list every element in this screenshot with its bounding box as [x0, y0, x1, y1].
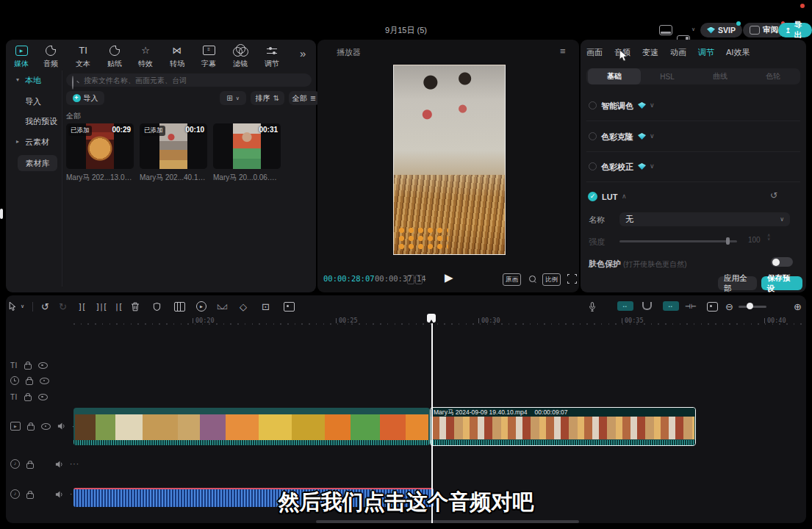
layout-chevron-icon[interactable]: ∨ — [691, 26, 695, 32]
smart-color-toggle[interactable] — [589, 101, 597, 109]
fit-timeline-button[interactable] — [707, 300, 718, 313]
lock-icon[interactable] — [24, 395, 32, 401]
media-item-1[interactable]: 已添加 00:29 — [66, 123, 134, 169]
tab-speed[interactable]: 变速 — [642, 47, 658, 58]
reset-icon[interactable]: ↺ — [770, 190, 777, 201]
lut-name-select[interactable]: 无 ∨ — [619, 212, 790, 226]
rotate-button[interactable]: ◇ — [240, 300, 247, 313]
sidebar-item-library[interactable]: 素材库 — [18, 155, 57, 171]
fullscreen-icon[interactable] — [567, 274, 577, 284]
lock-icon[interactable] — [24, 364, 32, 370]
lock-icon[interactable] — [27, 425, 35, 431]
subtab-curves[interactable]: 曲线 — [694, 68, 747, 84]
select-tool[interactable] — [8, 300, 17, 313]
tab-audio[interactable]: 音频 — [35, 44, 66, 69]
subtab-basic[interactable]: 基础 — [588, 68, 641, 84]
select-tool-chevron[interactable]: ∨ — [21, 300, 24, 313]
sidebar-item-import[interactable]: 导入 — [25, 96, 41, 107]
subtab-hsl[interactable]: HSL — [641, 68, 694, 84]
video-clip-2-selected[interactable]: Mary马 2024-09-09 19.40.10.mp4 00:00:09:0… — [430, 407, 696, 446]
zoom-out-button[interactable]: ⊖ — [725, 300, 733, 313]
search-input[interactable] — [66, 73, 312, 87]
tab-filters[interactable]: 滤镜 — [225, 44, 256, 69]
playhead-handle[interactable] — [427, 314, 436, 323]
sidebar-item-cloud[interactable]: 云素材 — [25, 137, 49, 148]
save-preset-button[interactable]: 保存预设 — [761, 276, 802, 290]
sort-button[interactable]: 排序 ⇅ — [251, 91, 284, 105]
tab-effects[interactable]: ☆ 特效 — [130, 44, 161, 69]
track-more-icon[interactable]: ··· — [70, 460, 79, 468]
prev-frame-icon[interactable] — [407, 275, 414, 284]
tab-text[interactable]: TI 文本 — [68, 44, 98, 69]
play-button[interactable]: ▶ — [445, 271, 453, 284]
view-mode-button[interactable]: ⊞ ∨ — [220, 91, 246, 105]
chevron-down-icon[interactable]: ∨ — [650, 132, 655, 140]
visibility-icon[interactable] — [38, 362, 48, 369]
tab-transitions[interactable]: ⋈ 转场 — [162, 44, 193, 69]
undo-button[interactable]: ↺ — [41, 300, 49, 313]
chevron-down-icon[interactable]: ∨ — [650, 101, 655, 109]
timeline-scrollbar[interactable] — [316, 520, 579, 523]
tab-adjustment[interactable]: 调节 — [698, 47, 714, 58]
svip-button[interactable]: SVIP — [700, 23, 742, 37]
tab-sticker[interactable]: 贴纸 — [99, 44, 130, 69]
sidebar-item-local[interactable]: 本地 — [25, 75, 41, 86]
visibility-icon[interactable] — [41, 423, 51, 430]
more-tabs-chevron[interactable]: » — [300, 47, 306, 60]
tab-picture[interactable]: 画面 — [586, 47, 603, 58]
subtab-color-wheel[interactable]: 色轮 — [747, 68, 800, 84]
mute-icon[interactable] — [57, 422, 65, 430]
zoom-fit-icon[interactable] — [529, 276, 536, 282]
main-track-magnet-toggle[interactable]: ▪▪ — [617, 301, 633, 311]
video-preview[interactable] — [393, 65, 506, 255]
slider-handle[interactable] — [726, 237, 730, 245]
mirror-button[interactable]: ◺◿ — [218, 300, 226, 313]
lut-strength-slider[interactable] — [619, 240, 737, 242]
split-delete-right-button[interactable]: |[ — [115, 300, 122, 313]
sidebar-item-presets[interactable]: 我的预设 — [25, 116, 57, 127]
media-item-3[interactable]: 00:31 — [213, 123, 281, 169]
tab-animation[interactable]: 动画 — [670, 47, 686, 58]
import-media-button[interactable]: + 导入 — [66, 91, 104, 105]
tab-adjust[interactable]: 调节 — [256, 44, 287, 69]
mask-button[interactable] — [153, 300, 161, 313]
video-clip-1[interactable] — [73, 408, 430, 445]
link-toggle[interactable]: ▪▪ — [663, 301, 679, 311]
mute-icon[interactable] — [55, 461, 63, 468]
filter-all-button[interactable]: 全部 ≣ — [289, 91, 320, 105]
export-button[interactable]: ↥ 导出 — [778, 23, 812, 37]
lock-icon[interactable] — [26, 379, 33, 385]
lock-icon[interactable] — [26, 463, 34, 469]
visibility-icon[interactable] — [38, 394, 48, 400]
collapse-icon[interactable]: ∧ — [622, 192, 627, 200]
snap-toggle[interactable] — [642, 302, 652, 310]
skin-protect-toggle[interactable] — [771, 257, 793, 267]
quality-button[interactable]: 原画 — [503, 273, 521, 286]
tab-ai-effects[interactable]: AI效果 — [726, 47, 750, 58]
redo-button[interactable]: ↻ — [59, 300, 67, 313]
tab-captions[interactable]: ≡ 字幕 — [193, 44, 224, 69]
lut-strength-value[interactable]: 100 — [748, 236, 761, 244]
freeze-frame-button[interactable]: ▶ — [196, 300, 206, 313]
zoom-slider-handle[interactable] — [747, 303, 753, 309]
chevron-down-icon[interactable]: ∨ — [650, 162, 655, 170]
media-item-2[interactable]: 已添加 00:10 — [140, 123, 207, 169]
layout-bottom-icon[interactable] — [659, 25, 672, 35]
split-delete-left-button[interactable]: ]|[ — [96, 300, 107, 313]
overlay-button[interactable] — [174, 300, 185, 313]
ratio-button[interactable]: 比例 — [542, 273, 561, 286]
tab-media[interactable]: ▶ 媒体 — [6, 44, 37, 69]
record-voiceover-button[interactable] — [589, 300, 596, 313]
lut-enabled-checkbox[interactable]: ✓ — [588, 192, 597, 201]
visibility-icon[interactable] — [40, 378, 49, 384]
zoom-in-button[interactable]: ⊕ — [794, 300, 802, 313]
next-frame-icon[interactable] — [415, 275, 423, 284]
timeline-ruler[interactable]: 00:20 00:25 00:30 00:35 00:40 — [6, 315, 806, 326]
color-clone-toggle[interactable] — [589, 132, 597, 140]
stepper-icon[interactable]: ∧∨ — [767, 234, 770, 241]
export-frame-button[interactable] — [284, 300, 295, 313]
player-menu-icon[interactable]: ≡ — [560, 46, 566, 57]
apply-all-button[interactable]: 应用全部 — [718, 276, 757, 290]
crop-button[interactable]: ⊡ — [262, 300, 270, 313]
delete-button[interactable] — [131, 300, 140, 313]
